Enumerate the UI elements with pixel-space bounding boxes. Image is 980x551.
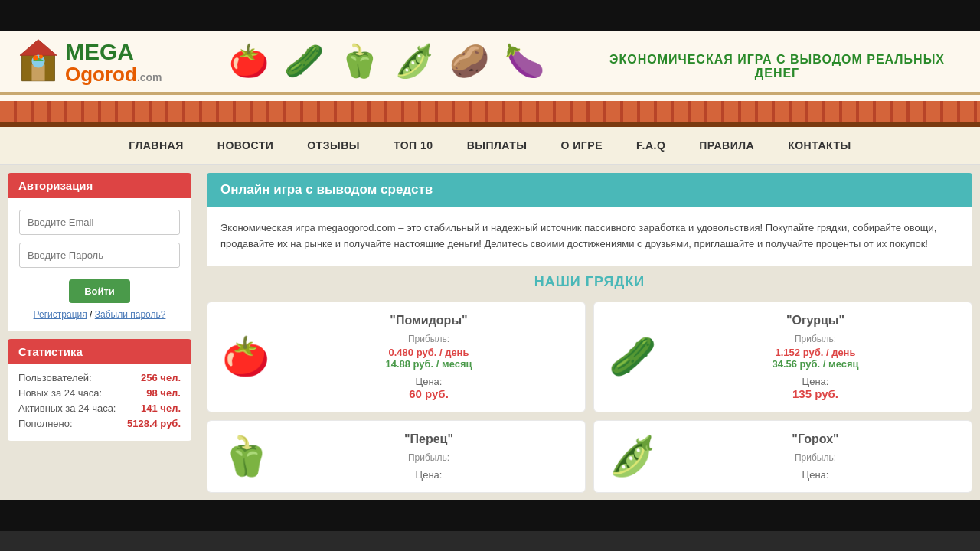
pepper-card-name: "Перец" bbox=[284, 432, 573, 446]
auth-section: Авторизация Войти Регистрация / Забыли п… bbox=[8, 173, 191, 331]
logo-area: MEGA Ogorod.com bbox=[15, 38, 184, 84]
stats-value-users: 256 чел. bbox=[141, 372, 181, 383]
cucumber-card-info: "Огурцы" Прибыль: 1.152 руб. / день 34.5… bbox=[671, 314, 960, 400]
stats-label-active: Активных за 24 часа: bbox=[18, 403, 116, 414]
garden-card-pepper: 🫑 "Перец" Прибыль: Цена: bbox=[207, 420, 586, 493]
pea-price-label: Цена: bbox=[671, 469, 960, 481]
nav-about[interactable]: О ИГРЕ bbox=[544, 127, 619, 164]
auth-links: Регистрация / Забыли пароль? bbox=[19, 309, 180, 320]
garden-card-cucumber: 🥒 "Огурцы" Прибыль: 1.152 руб. / день 34… bbox=[593, 302, 972, 412]
stats-table: Пользователей: 256 чел. Новых за 24 часа… bbox=[8, 364, 191, 441]
garden-section-title: НАШИ ГРЯДКИ bbox=[207, 274, 972, 290]
nav-payments[interactable]: ВЫПЛАТЫ bbox=[450, 127, 544, 164]
top-black-bar bbox=[0, 0, 980, 31]
svg-marker-1 bbox=[20, 40, 57, 56]
cucumber-profit-day: 1.152 руб. / день bbox=[671, 347, 960, 358]
logo-house-icon bbox=[15, 38, 61, 84]
cucumber-price-label: Цена: bbox=[671, 376, 960, 387]
nav-rules[interactable]: ПРАВИЛА bbox=[682, 127, 771, 164]
content-description: Экономическая игра megaogorod.com – это … bbox=[207, 207, 972, 266]
cucumber-price-value: 135 руб. bbox=[671, 387, 960, 400]
stats-label-new: Новых за 24 часа: bbox=[18, 387, 102, 399]
main-nav: ГЛАВНАЯ НОВОСТИ ОТЗЫВЫ ТОП 10 ВЫПЛАТЫ О … bbox=[0, 127, 980, 165]
cucumber-profit-label: Прибыль: bbox=[671, 334, 960, 344]
potato-icon: 🥔 bbox=[449, 45, 489, 77]
stats-label-replenished: Пополнено: bbox=[18, 418, 73, 429]
auth-body: Войти Регистрация / Забыли пароль? bbox=[8, 198, 191, 331]
logo-com: .com bbox=[137, 71, 162, 83]
content-header: Онлайн игра с выводом средств bbox=[207, 173, 972, 207]
pepper-icon: 🫑 bbox=[339, 45, 379, 77]
bottom-black-bar bbox=[0, 500, 980, 531]
stats-header: Статистика bbox=[8, 339, 191, 364]
svg-point-5 bbox=[39, 54, 43, 58]
forgot-password-link[interactable]: Забыли пароль? bbox=[95, 309, 166, 320]
stats-value-replenished: 5128.4 руб. bbox=[127, 418, 181, 429]
tomato-profit-day: 0.480 руб. / день bbox=[284, 347, 573, 358]
garden-grid: 🍅 "Помидоры" Прибыль: 0.480 руб. / день … bbox=[207, 302, 972, 493]
stats-value-new: 98 чел. bbox=[146, 387, 181, 399]
stats-row-new: Новых за 24 часа: 98 чел. bbox=[18, 387, 181, 399]
stats-row-replenished: Пополнено: 5128.4 руб. bbox=[18, 418, 181, 429]
tomato-card-icon: 🍅 bbox=[219, 337, 273, 376]
pepper-price-label: Цена: bbox=[284, 469, 573, 481]
logo-text: MEGA Ogorod.com bbox=[65, 39, 162, 84]
nav-contacts[interactable]: КОНТАКТЫ bbox=[771, 127, 867, 164]
svg-point-4 bbox=[33, 55, 38, 60]
stats-row-users: Пользователей: 256 чел. bbox=[18, 372, 181, 383]
logo-ogorod: Ogorod bbox=[65, 63, 137, 86]
nav-reviews[interactable]: ОТЗЫВЫ bbox=[290, 127, 377, 164]
nav-news[interactable]: НОВОСТИ bbox=[201, 127, 291, 164]
header-tagline: ЭКОНОМИЧЕСКАЯ ИГРА С ВЫВОДОМ РЕАЛЬНЫХ ДЕ… bbox=[590, 53, 965, 84]
tomato-price-label: Цена: bbox=[284, 376, 573, 387]
stats-label-users: Пользователей: bbox=[18, 372, 92, 383]
fence-spacer bbox=[0, 95, 980, 101]
cucumber-profit-month: 34.56 руб. / месяц bbox=[671, 358, 960, 370]
tomato-profit-label: Прибыль: bbox=[284, 334, 573, 344]
cucumber-card-icon: 🥒 bbox=[606, 337, 659, 376]
auth-header: Авторизация bbox=[8, 173, 191, 198]
pea-icon: 🫛 bbox=[394, 45, 434, 77]
tomato-price-value: 60 руб. bbox=[284, 387, 573, 400]
stats-section: Статистика Пользователей: 256 чел. Новых… bbox=[8, 339, 191, 441]
main-content: Авторизация Войти Регистрация / Забыли п… bbox=[0, 165, 980, 500]
cucumber-icon: 🥒 bbox=[284, 45, 324, 77]
stats-row-active: Активных за 24 часа: 141 чел. bbox=[18, 403, 181, 414]
pea-card-name: "Горох" bbox=[671, 432, 960, 446]
pea-card-info: "Горох" Прибыль: Цена: bbox=[671, 432, 960, 481]
tomato-card-name: "Помидоры" bbox=[284, 314, 573, 328]
tomato-icon: 🍅 bbox=[229, 45, 269, 77]
nav-faq[interactable]: F.A.Q bbox=[619, 127, 682, 164]
cucumber-card-name: "Огурцы" bbox=[671, 314, 960, 328]
veggies-decoration: 🍅 🥒 🫑 🫛 🥔 🍆 bbox=[184, 45, 590, 77]
garden-card-tomato: 🍅 "Помидоры" Прибыль: 0.480 руб. / день … bbox=[207, 302, 586, 412]
site-header: MEGA Ogorod.com 🍅 🥒 🫑 🫛 🥔 🍆 ЭКОНОМИЧЕСКА… bbox=[0, 31, 980, 95]
content-area: Онлайн игра с выводом средств Экономичес… bbox=[199, 165, 980, 500]
eggplant-icon: 🍆 bbox=[505, 45, 544, 77]
pepper-profit-label: Прибыль: bbox=[284, 452, 573, 463]
tomato-card-info: "Помидоры" Прибыль: 0.480 руб. / день 14… bbox=[284, 314, 573, 400]
pepper-card-icon: 🫑 bbox=[219, 437, 273, 475]
fence-decoration bbox=[0, 101, 980, 122]
login-button[interactable]: Войти bbox=[69, 279, 130, 303]
nav-top10[interactable]: ТОП 10 bbox=[377, 127, 450, 164]
register-link[interactable]: Регистрация bbox=[34, 309, 87, 320]
stats-value-active: 141 чел. bbox=[141, 403, 181, 414]
pepper-card-info: "Перец" Прибыль: Цена: bbox=[284, 432, 573, 481]
logo-mega: MEGA bbox=[65, 39, 134, 64]
auth-divider: / bbox=[90, 309, 95, 320]
password-input[interactable] bbox=[19, 243, 180, 268]
pea-profit-label: Прибыль: bbox=[671, 452, 960, 463]
garden-card-pea: 🫛 "Горох" Прибыль: Цена: bbox=[593, 420, 972, 493]
email-input[interactable] bbox=[19, 210, 180, 235]
pea-card-icon: 🫛 bbox=[606, 437, 659, 475]
sidebar: Авторизация Войти Регистрация / Забыли п… bbox=[0, 165, 199, 500]
nav-home[interactable]: ГЛАВНАЯ bbox=[112, 127, 200, 164]
tomato-profit-month: 14.88 руб. / месяц bbox=[284, 358, 573, 370]
